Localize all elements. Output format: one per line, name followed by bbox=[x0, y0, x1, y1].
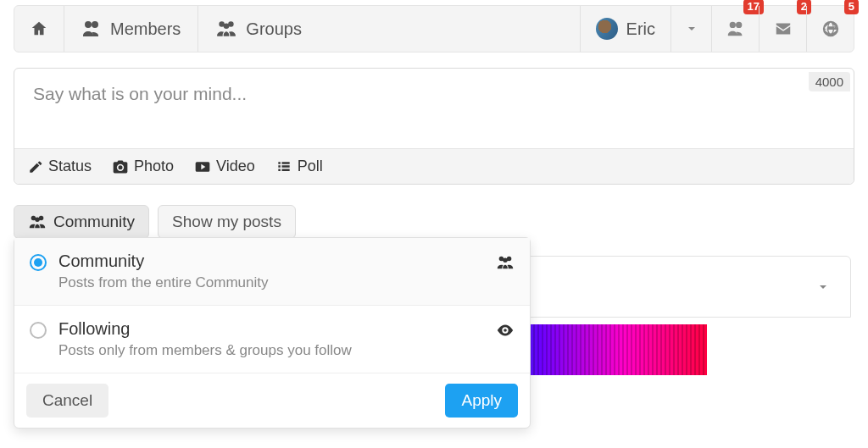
pencil-icon bbox=[28, 159, 43, 174]
envelope-icon bbox=[774, 19, 793, 38]
nav-home[interactable] bbox=[14, 6, 64, 52]
dropdown-actions: Cancel Apply bbox=[14, 373, 530, 428]
home-icon bbox=[30, 19, 48, 38]
tab-community-label: Community bbox=[53, 213, 135, 231]
poll-icon bbox=[275, 158, 292, 175]
nav-members[interactable]: Members bbox=[64, 6, 198, 52]
eye-icon bbox=[496, 319, 515, 340]
tool-video-label: Video bbox=[216, 158, 255, 175]
cancel-button[interactable]: Cancel bbox=[26, 384, 108, 418]
tab-my-posts[interactable]: Show my posts bbox=[158, 205, 296, 239]
tool-poll[interactable]: Poll bbox=[275, 158, 323, 175]
radio-selected-icon bbox=[30, 254, 47, 271]
nav-friend-requests[interactable]: 17 bbox=[711, 6, 759, 52]
groups-icon bbox=[496, 252, 515, 272]
chevron-down-icon bbox=[685, 22, 698, 36]
nav-groups[interactable]: Groups bbox=[198, 6, 319, 52]
nav-user-name: Eric bbox=[626, 19, 655, 39]
compose-box: 4000 Say what is on your mind... Status … bbox=[14, 68, 854, 185]
nav-user-menu[interactable] bbox=[670, 6, 711, 52]
nav-messages[interactable]: 2 bbox=[759, 6, 806, 52]
tab-community[interactable]: Community bbox=[14, 205, 149, 239]
compose-input[interactable]: Say what is on your mind... bbox=[14, 69, 854, 148]
top-nav: Members Groups Eric 17 2 5 bbox=[14, 5, 854, 53]
tool-poll-label: Poll bbox=[298, 158, 323, 175]
groups-icon bbox=[28, 213, 47, 231]
nav-members-label: Members bbox=[110, 19, 181, 39]
camera-icon bbox=[112, 158, 129, 175]
filter-option-subtitle: Posts from the entire Community bbox=[58, 274, 269, 291]
tool-status-label: Status bbox=[48, 158, 92, 175]
feed-filter-dropdown: Community Posts from the entire Communit… bbox=[14, 237, 531, 429]
avatar bbox=[596, 18, 618, 40]
video-icon bbox=[194, 158, 211, 175]
tool-photo[interactable]: Photo bbox=[112, 158, 174, 175]
tool-photo-label: Photo bbox=[134, 158, 174, 175]
char-count: 4000 bbox=[809, 72, 850, 91]
apply-button[interactable]: Apply bbox=[445, 384, 518, 418]
groups-icon bbox=[215, 18, 237, 40]
globe-icon bbox=[821, 19, 840, 38]
filter-option-title: Following bbox=[58, 319, 352, 339]
radio-unselected-icon bbox=[30, 322, 47, 339]
tab-my-posts-label: Show my posts bbox=[172, 213, 281, 231]
nav-notifications[interactable]: 5 bbox=[806, 6, 854, 52]
chevron-down-icon bbox=[816, 280, 830, 294]
filter-option-title: Community bbox=[58, 252, 269, 271]
notifications-badge: 5 bbox=[844, 0, 859, 14]
compose-toolbar: Status Photo Video Poll bbox=[14, 148, 854, 184]
tool-video[interactable]: Video bbox=[194, 158, 255, 175]
nav-user[interactable]: Eric bbox=[580, 6, 670, 52]
filter-option-subtitle: Posts only from members & groups you fol… bbox=[58, 342, 352, 359]
filter-tabs: Community Show my posts bbox=[14, 205, 854, 239]
filter-option-following[interactable]: Following Posts only from members & grou… bbox=[14, 306, 530, 373]
tool-status[interactable]: Status bbox=[28, 158, 92, 175]
nav-groups-label: Groups bbox=[246, 19, 302, 39]
members-icon bbox=[81, 19, 102, 39]
filter-option-community[interactable]: Community Posts from the entire Communit… bbox=[14, 238, 530, 306]
friend-requests-icon bbox=[726, 19, 745, 38]
